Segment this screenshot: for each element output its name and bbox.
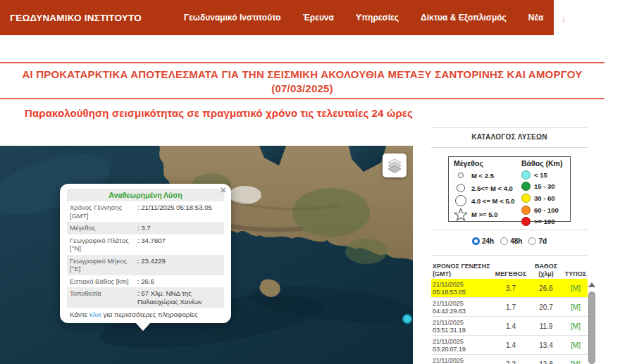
radio-icon[interactable]: [500, 237, 508, 245]
scrollbar-thumb[interactable]: [588, 291, 595, 364]
cell-type: [M]: [564, 303, 588, 311]
cell-depth: 26.6: [528, 284, 564, 292]
popup-footer: Κάντε κλικ για περισσότερες πληροφορίες: [67, 308, 224, 319]
event-table: 21/11/2025 05:18:53.053.726.6[M]21/11/20…: [431, 279, 588, 364]
time-filter-48h[interactable]: 48h: [500, 237, 522, 245]
cell-magnitude: 2.2: [493, 360, 528, 364]
table-row[interactable]: 21/11/2025 04:42:29.631.720.7[M]: [431, 298, 588, 317]
depth-color-dot: [521, 170, 531, 180]
table-header-col1: ΧΡΟΝΟΣ ΓΕΝΕΣΗΣ (GMT): [431, 263, 493, 277]
magnitude-legend-label: M < 2.5: [471, 172, 494, 180]
circle-icon: [454, 172, 468, 178]
depth-color-dot: [521, 182, 531, 191]
radio-icon[interactable]: [528, 237, 536, 245]
cell-depth: 12.8: [528, 360, 564, 364]
magnitude-legend-label: M >= 5.0: [471, 211, 498, 218]
depth-legend-label: >= 100: [534, 218, 555, 225]
cell-depth: 13.4: [528, 341, 564, 349]
time-filter-group: 24h48h7d: [431, 235, 588, 246]
divider-top: [0, 62, 604, 63]
depth-legend-item: < 15: [521, 169, 569, 181]
depth-legend-item: 15 - 30: [521, 181, 569, 193]
table-row[interactable]: 21/11/2025 05:18:53.053.726.6[M]: [431, 279, 588, 298]
time-filter-label: 24h: [482, 237, 494, 245]
popup-row-value: : 3.7: [136, 222, 224, 234]
cell-magnitude: 3.7: [493, 284, 528, 292]
magnitude-legend-title: Μέγεθος: [454, 159, 517, 168]
popup-row: Γεωγραφικό Μήκος [°E]: 23.4229: [67, 255, 224, 275]
popup-row-label: Χρόνος Γέννησης [GMT]: [67, 201, 136, 222]
time-filter-label: 7d: [538, 237, 547, 245]
popup-row: Τοποθεσία: 57 Χλμ. ΝΝΔ της Παλαιοχώρας Χ…: [67, 287, 224, 308]
circle-glyph: [457, 184, 465, 192]
depth-legend-item: 60 - 100: [521, 204, 569, 216]
table-header-col2: ΜΕΓΕΘΟΣ: [493, 270, 528, 278]
star-icon: [454, 207, 468, 222]
site-brand[interactable]: ΓΕΩΔΥΝΑΜΙΚΟ ΙΝΣΤΙΤΟΥΤΟ: [10, 13, 142, 23]
magnitude-legend-item: M < 2.5: [454, 169, 517, 182]
popup-row-value: : 34.7607: [136, 234, 224, 255]
magnitude-legend: Μέγεθος M < 2.52.5<= M < 4.04.0 <= M < 5…: [454, 159, 517, 222]
cell-type: [M]: [564, 284, 588, 292]
depth-legend-label: 15 - 30: [534, 182, 555, 190]
table-row[interactable]: 21/11/2025 03:51:31.191.411.9[M]: [431, 317, 588, 336]
realtime-monitor-subtitle: Παρακολούθηση σεισμικότητας σε πραγματικ…: [25, 107, 413, 119]
popup-rows: Χρόνος Γέννησης [GMT]: 21/11/2025 05:18:…: [67, 201, 224, 308]
sidebar-divider: [431, 147, 588, 148]
popup-row-value: : 57 Χλμ. ΝΝΔ της Παλαιοχώρας Χανίων: [136, 287, 224, 308]
cell-time: 21/11/2025 05:18:53.05: [431, 280, 493, 296]
depth-legend-label: < 15: [534, 171, 547, 179]
popup-row: Εστιακό Βάθος [km]: 26.6: [67, 275, 224, 288]
depth-legend: Βάθος (Km) < 1515 - 3030 - 6060 - 100>= …: [521, 159, 569, 227]
cell-magnitude: 1.4: [493, 341, 528, 349]
cell-depth: 20.7: [528, 303, 564, 311]
nav-item-1[interactable]: Έρευνα: [303, 13, 334, 23]
cell-time: 21/11/2025 01:31:30.11: [431, 356, 493, 364]
magnitude-legend-label: 2.5<= M < 4.0: [471, 184, 513, 192]
nav-item-4[interactable]: Νέα: [528, 13, 543, 23]
nav-item-2[interactable]: Υπηρεσίες: [356, 13, 399, 23]
cell-type: [M]: [564, 322, 588, 330]
time-filter-label: 48h: [510, 237, 522, 245]
page-title-line1: ΑΙ ΠΡΟΚΑΤΑΡΚΤΙΚΑ ΑΠΟΤΕΛΕΣΜΑΤΑ ΓΙΑ ΤΗΝ ΣΕ…: [0, 68, 604, 82]
catalog-title: ΚΑΤΑΛΟΓΟΣ ΛΥΣΕΩΝ: [431, 133, 588, 141]
circle-glyph: [458, 172, 464, 178]
time-filter-24h[interactable]: 24h: [472, 237, 494, 245]
nav-item-0[interactable]: Γεωδυναμικό Ινστιτούτο: [184, 13, 281, 23]
popup-row: Γεωγραφικό Πλάτος [°N]: 34.7607: [67, 234, 224, 255]
circle-glyph: [455, 195, 466, 206]
table-header-col4: ΤΥΠΟΣ: [564, 270, 588, 278]
depth-legend-item: >= 100: [521, 215, 569, 227]
time-filter-7d[interactable]: 7d: [528, 237, 547, 245]
magnitude-legend-item: M >= 5.0: [454, 207, 517, 222]
popup-footer-text: Κάντε: [70, 310, 89, 318]
popup-footer-text2: για περισσότερες πληροφορίες: [101, 310, 198, 318]
layers-icon: [386, 157, 403, 174]
popup-row-label: Γεωγραφικό Πλάτος [°N]: [67, 234, 136, 255]
scrollbar-up-icon[interactable]: [588, 282, 595, 287]
map-layers-button[interactable]: [383, 153, 407, 177]
earthquake-marker[interactable]: [402, 314, 412, 324]
cell-time: 21/11/2025 04:42:29.63: [431, 299, 493, 315]
depth-color-dot: [521, 206, 531, 215]
magnitude-legend-label: 4.0 <= M < 5.0: [471, 197, 515, 205]
more-info-link[interactable]: κλικ: [89, 310, 101, 318]
depth-legend-label: 60 - 100: [534, 206, 559, 214]
scroll-down-arrow-icon[interactable]: ↓: [560, 12, 566, 24]
sidebar-divider: [431, 230, 588, 230]
cell-depth: 11.9: [528, 322, 564, 330]
circle-icon: [454, 184, 468, 192]
nav-menu: Γεωδυναμικό ΙνστιτούτοΈρευναΥπηρεσίεςΔίκ…: [184, 13, 543, 23]
table-row[interactable]: 21/11/2025 03:20:07.191.413.4[M]: [431, 336, 588, 355]
popup-row-label: Τοποθεσία: [67, 287, 136, 308]
magnitude-legend-item: 2.5<= M < 4.0: [454, 182, 517, 194]
table-row[interactable]: 21/11/2025 01:31:30.112.212.8[M]: [431, 355, 588, 364]
radio-icon[interactable]: [472, 237, 480, 245]
close-icon[interactable]: ×: [221, 185, 226, 195]
popup-row: Μέγεθος: 3.7: [67, 222, 224, 234]
page: ΓΕΩΔΥΝΑΜΙΚΟ ΙΝΣΤΙΤΟΥΤΟ Γεωδυναμικό Ινστι…: [0, 0, 620, 364]
nav-item-3[interactable]: Δίκτυα & Εξοπλισμός: [421, 13, 507, 23]
circle-icon: [454, 195, 468, 206]
divider-bottom: [0, 98, 604, 99]
event-table-header: ΧΡΟΝΟΣ ΓΕΝΕΣΗΣ (GMT)ΜΕΓΕΘΟΣΒΑΘΟΣ (χλμ)ΤΥ…: [431, 256, 588, 277]
